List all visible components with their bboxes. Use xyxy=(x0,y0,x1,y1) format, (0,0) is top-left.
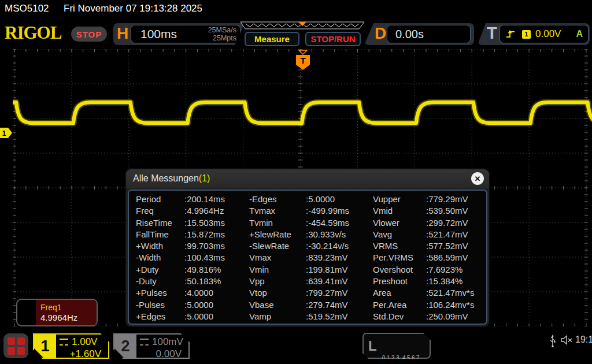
stop-run-button[interactable]: STOP/RUN xyxy=(305,32,361,46)
date-time: Fri November 07 19:13:28 2025 xyxy=(64,3,202,14)
delay-settings-button[interactable]: D 0.00s xyxy=(364,23,474,45)
measure-value: :519.52mV xyxy=(306,311,373,323)
measure-value: :299.72mV xyxy=(426,218,487,229)
measure-name: Freq xyxy=(136,206,184,217)
measure-value: :521.47mV xyxy=(426,229,487,241)
measure-value: :199.81mV xyxy=(306,265,373,276)
measure-value: :100.43ms xyxy=(184,252,249,264)
channel-1-ground-marker[interactable]: 1 xyxy=(0,128,12,138)
measure-name: Vlower xyxy=(373,218,426,229)
bottom-bar: 1 1.00V +1.60V 2 100mV 0.00V L 0 1 2 3 4… xyxy=(0,327,592,364)
panel-title: Alle Messungen(1) xyxy=(133,173,210,184)
timebase-display: 100ms 25MSa/s 25Mpts xyxy=(131,25,240,43)
measure-value: :30.933v/s xyxy=(306,229,373,241)
measure-name: +Pulses xyxy=(136,288,184,299)
logic-row-1: 0 1 2 3 4 5 6 7 xyxy=(382,354,430,362)
frequency-counter-badge: Freq1 4.9964Hz xyxy=(16,299,98,326)
usb-icon xyxy=(548,334,557,348)
measure-value: :49.816% xyxy=(184,265,249,276)
trigger-position-marker[interactable]: T xyxy=(296,50,310,70)
horizontal-settings-button[interactable]: H 100ms 25MSa/s 25Mpts xyxy=(113,23,245,45)
logic-channel-numbers: 0 1 2 3 4 5 6 7 8 9 1011 12131415 xyxy=(382,336,430,364)
waveform-overview-bar[interactable] xyxy=(240,21,365,30)
measure-value: :586.59mV xyxy=(426,252,487,264)
measure-value: :15.503ms xyxy=(184,218,249,229)
measure-value: :5.0000 xyxy=(184,300,249,311)
measure-value: :779.29mV xyxy=(426,194,487,206)
measure-value: :50.183% xyxy=(184,276,249,288)
measure-name: -Pulses xyxy=(136,300,184,311)
measurements-panel-header[interactable]: Alle Messungen(1) ✕ xyxy=(126,169,489,188)
measure-value: :539.50mV xyxy=(426,206,487,217)
measure-value: :15.384% xyxy=(426,276,487,288)
channel-1-values: 1.00V +1.60V xyxy=(58,335,106,357)
measure-name: VRMS xyxy=(373,241,426,252)
measure-name: Overshoot xyxy=(373,265,426,276)
delay-label: D xyxy=(375,24,386,43)
sample-rate: 25MSa/s xyxy=(208,26,236,34)
channel-2-values: 100mV 0.00V xyxy=(139,335,186,357)
measure-value: :15.872ms xyxy=(184,229,249,241)
timebase-value: 100ms xyxy=(140,27,177,41)
measure-value: :-454.59ms xyxy=(306,218,373,229)
measure-name: +Width xyxy=(136,241,184,252)
measure-value: :839.23mV xyxy=(306,252,373,264)
frequency-badge-label: Freq1 xyxy=(40,303,62,312)
measure-name: +Edges xyxy=(136,311,184,323)
measure-name: Per.VRMS xyxy=(373,252,426,264)
measure-value: :4.9964Hz xyxy=(184,206,249,217)
measure-value: :521.47mv*s xyxy=(426,288,487,299)
memory-depth: 25Mpts xyxy=(213,34,236,42)
measure-name: -Edges xyxy=(249,194,306,206)
measure-name: +SlewRate xyxy=(249,229,306,241)
measure-name: -SlewRate xyxy=(249,241,306,252)
measure-value: :-30.214v/s xyxy=(306,241,373,252)
measure-table: Period:200.14ms-Edges:5.0000Vupper:779.2… xyxy=(128,190,487,325)
measure-name: Vpp xyxy=(249,276,306,288)
measure-name: Area xyxy=(373,288,426,299)
logic-channels-badge[interactable]: L 0 1 2 3 4 5 6 7 8 9 1011 12131415 xyxy=(362,333,431,359)
panel-title-text: Alle Messungen xyxy=(133,173,199,183)
measure-name: +Duty xyxy=(136,265,184,276)
speaker-muted-icon[interactable] xyxy=(560,335,574,346)
measure-value: :639.41mV xyxy=(306,276,373,288)
measure-value: :106.24mv*s xyxy=(426,300,487,311)
measure-name: -Duty xyxy=(136,276,184,288)
status-bar: MSO5102 Fri November 07 19:13:28 2025 xyxy=(0,0,592,17)
run-state-indicator[interactable]: STOP xyxy=(71,27,107,42)
measure-value: :4.0000 xyxy=(184,288,249,299)
menu-button[interactable] xyxy=(3,333,28,358)
channel-1-badge[interactable]: 1 1.00V +1.60V xyxy=(33,333,109,359)
trigger-mode-indicator: A xyxy=(576,29,583,39)
trigger-flag-letter: T xyxy=(300,55,305,65)
channel-1-number: 1 xyxy=(34,335,56,358)
measure-name: FallTime xyxy=(136,229,184,241)
measure-name: Vupper xyxy=(373,194,426,206)
measure-name: Period xyxy=(136,194,184,206)
measure-button[interactable]: Measure xyxy=(245,32,299,46)
frequency-badge-value: 4.9964Hz xyxy=(40,313,77,322)
measure-value: :99.703ms xyxy=(184,241,249,252)
channel-1-scale: 1.00V xyxy=(72,336,97,347)
channel-marker-number: 1 xyxy=(2,129,6,138)
channel-2-badge[interactable]: 2 100mV 0.00V xyxy=(113,333,190,359)
channel-1-offset: +1.60V xyxy=(58,348,106,360)
measure-name: Vbase xyxy=(249,300,306,311)
trigger-settings-button[interactable]: T 1 0.00V A xyxy=(478,23,590,45)
logic-label: L xyxy=(368,338,377,354)
model-name: MSO5102 xyxy=(5,3,49,14)
measure-value: :200.14ms xyxy=(184,194,249,206)
close-icon[interactable]: ✕ xyxy=(471,172,484,185)
measure-value: :250.09mV xyxy=(426,311,487,323)
measure-name: Vmid xyxy=(373,206,426,217)
sample-rate-display: 25MSa/s 25Mpts xyxy=(208,26,236,42)
menu-grid-icon xyxy=(8,337,15,345)
measure-name: Preshoot xyxy=(373,276,426,288)
channel-2-offset: 0.00V xyxy=(139,348,186,360)
clock: 19:12 xyxy=(575,335,592,345)
measure-value: :799.27mV xyxy=(306,288,373,299)
oscilloscope-screen: MSO5102 Fri November 07 19:13:28 2025 RI… xyxy=(0,0,592,364)
measure-name: Tvmin xyxy=(249,218,306,229)
rigol-logo: RIGOL xyxy=(5,22,61,43)
measurements-panel: Alle Messungen(1) ✕ Period:200.14ms-Edge… xyxy=(126,169,489,326)
